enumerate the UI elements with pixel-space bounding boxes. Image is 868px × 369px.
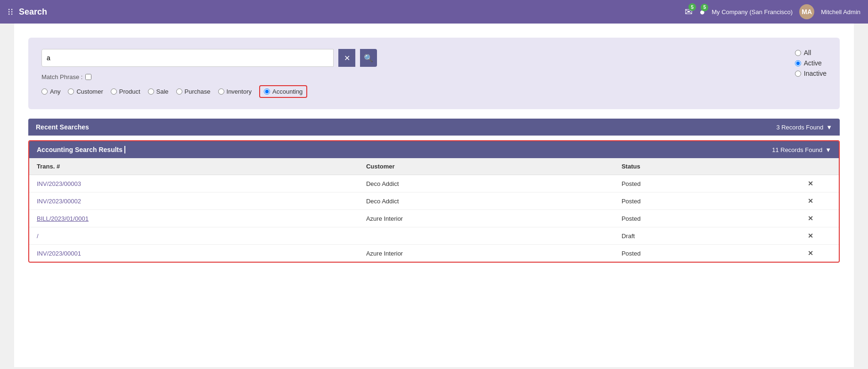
results-title-label: Accounting Search Results	[37, 146, 123, 153]
table-row: INV/2023/00003Deco AddictPosted✕	[29, 175, 839, 193]
results-table: Trans. # Customer Status INV/2023/00003D…	[29, 158, 839, 262]
recent-searches-label: Recent Searches	[36, 123, 89, 131]
cell-status: Posted	[614, 210, 782, 227]
grid-menu-icon[interactable]: ⁝⁝	[8, 6, 13, 17]
col-trans: Trans. #	[29, 158, 359, 175]
match-phrase-checkbox[interactable]	[85, 74, 91, 80]
close-icon[interactable]: ✕	[808, 180, 813, 187]
search-clear-button[interactable]: ✕	[338, 49, 355, 67]
main-content: ✕ 🔍 Match Phrase : Any Customer	[14, 24, 854, 367]
username: Mitchell Admin	[821, 8, 860, 16]
cell-customer	[359, 227, 614, 245]
dropdown-icon[interactable]: ▼	[826, 124, 832, 131]
messages-badge: 5	[688, 3, 696, 11]
cell-trans: INV/2023/00002	[29, 193, 359, 210]
match-phrase-label: Match Phrase :	[41, 73, 82, 80]
clock-icon-wrap[interactable]: ● 5	[699, 7, 705, 17]
close-icon[interactable]: ✕	[808, 197, 813, 205]
table-row: INV/2023/00001Azure InteriorPosted✕	[29, 245, 839, 262]
filter-options: Any Customer Product Sale	[41, 85, 767, 98]
company-name: My Company (San Francisco)	[712, 8, 793, 16]
col-customer: Customer	[359, 158, 614, 175]
col-action	[782, 158, 839, 175]
topnav-right: ✉ 5 ● 5 My Company (San Francisco) MA Mi…	[685, 4, 860, 19]
avatar-initials: MA	[802, 8, 812, 16]
cell-action[interactable]: ✕	[782, 210, 839, 227]
close-icon[interactable]: ✕	[808, 215, 813, 222]
table-row: /Draft✕	[29, 227, 839, 245]
top-navigation: ⁝⁝ Search ✉ 5 ● 5 My Company (San Franci…	[0, 0, 868, 24]
cell-status: Posted	[614, 175, 782, 193]
table-header-row: Trans. # Customer Status	[29, 158, 839, 175]
results-records-found: 11 Records Found ▼	[772, 146, 831, 153]
cell-status: Posted	[614, 193, 782, 210]
filter-purchase[interactable]: Purchase	[176, 88, 211, 95]
col-status: Status	[614, 158, 782, 175]
recent-searches-bar: Recent Searches 3 Records Found ▼	[28, 119, 840, 136]
filter-product[interactable]: Product	[111, 88, 140, 95]
filter-accounting[interactable]: Accounting	[259, 85, 307, 98]
close-icon[interactable]: ✕	[808, 232, 813, 240]
filter-inventory[interactable]: Inventory	[218, 88, 252, 95]
table-row: BILL/2023/01/0001Azure InteriorPosted✕	[29, 210, 839, 227]
filter-sale[interactable]: Sale	[148, 88, 169, 95]
recent-records-found: 3 Records Found ▼	[776, 124, 832, 131]
cell-action[interactable]: ✕	[782, 175, 839, 193]
cursor-blink	[124, 146, 125, 153]
table-row: INV/2023/00002Deco AddictPosted✕	[29, 193, 839, 210]
avatar[interactable]: MA	[799, 4, 814, 19]
cell-trans: INV/2023/00003	[29, 175, 359, 193]
results-header: Accounting Search Results 11 Records Fou…	[29, 141, 839, 158]
cell-customer: Deco Addict	[359, 193, 614, 210]
cell-trans: /	[29, 227, 359, 245]
cell-customer: Azure Interior	[359, 210, 614, 227]
cell-customer: Deco Addict	[359, 175, 614, 193]
cell-action[interactable]: ✕	[782, 245, 839, 262]
search-input[interactable]	[41, 49, 334, 67]
search-row: ✕ 🔍	[41, 49, 767, 67]
app-title: Search	[19, 7, 679, 17]
results-section: Accounting Search Results 11 Records Fou…	[28, 140, 840, 263]
status-inactive[interactable]: Inactive	[795, 70, 827, 77]
status-active[interactable]: Active	[795, 59, 827, 67]
messages-icon-wrap[interactable]: ✉ 5	[685, 6, 693, 17]
cell-trans[interactable]: BILL/2023/01/0001	[29, 210, 359, 227]
search-panel: ✕ 🔍 Match Phrase : Any Customer	[28, 38, 840, 109]
clock-badge: 5	[701, 4, 708, 11]
filter-any[interactable]: Any	[41, 88, 60, 95]
match-phrase-row: Match Phrase :	[41, 73, 767, 80]
cell-action[interactable]: ✕	[782, 193, 839, 210]
status-options: All Active Inactive	[795, 49, 827, 77]
cell-trans: INV/2023/00001	[29, 245, 359, 262]
status-all[interactable]: All	[795, 49, 827, 56]
cell-customer: Azure Interior	[359, 245, 614, 262]
dropdown-icon[interactable]: ▼	[825, 146, 831, 153]
cell-status: Posted	[614, 245, 782, 262]
search-button[interactable]: 🔍	[360, 49, 377, 67]
cell-action[interactable]: ✕	[782, 227, 839, 245]
results-header-title: Accounting Search Results	[37, 146, 125, 153]
filter-customer[interactable]: Customer	[68, 88, 103, 95]
cell-status: Draft	[614, 227, 782, 245]
close-icon[interactable]: ✕	[808, 249, 813, 257]
